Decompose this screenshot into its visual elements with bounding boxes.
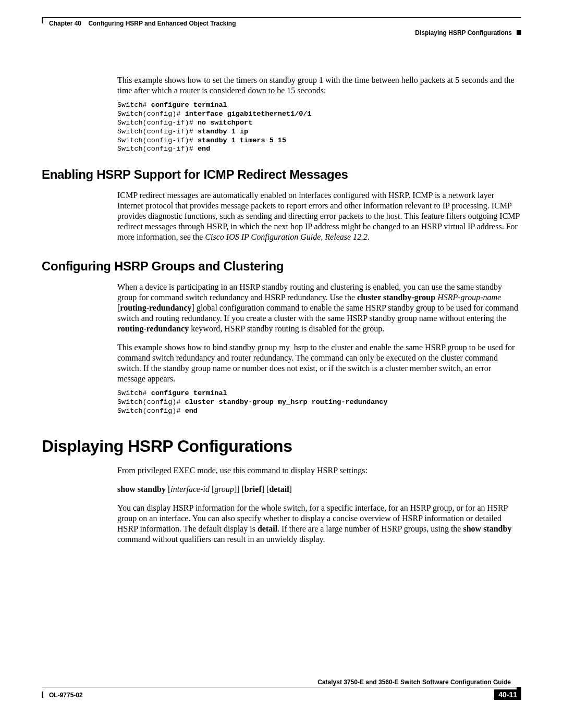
header-bar-icon [42, 17, 43, 23]
header-tab-icon [517, 30, 521, 35]
code-block-1: Switch# configure terminal Switch(config… [117, 101, 521, 154]
footer-line: OL-9775-02 40-11 [42, 687, 521, 708]
page-header: Chapter 40 Configuring HSRP and Enhanced… [42, 17, 521, 27]
heading-display: Displaying HSRP Configurations [42, 437, 521, 456]
main-content: This example shows how to set the timers… [42, 67, 521, 550]
cluster-paragraph-2: This example shows how to bind standby g… [117, 342, 521, 384]
icmp-paragraph: ICMP redirect messages are automatically… [117, 190, 521, 242]
chapter-title: Configuring HSRP and Enhanced Object Tra… [88, 20, 236, 27]
cluster-paragraph-1: When a device is participating in an HSR… [117, 282, 521, 334]
heading-cluster: Configuring HSRP Groups and Clustering [42, 259, 521, 274]
chapter-label: Chapter 40 [49, 20, 81, 27]
chapter-line: Chapter 40 Configuring HSRP and Enhanced… [49, 20, 521, 27]
intro-paragraph: This example shows how to set the timers… [117, 75, 521, 96]
page: Chapter 40 Configuring HSRP and Enhanced… [0, 0, 563, 728]
footer-doc-title: Catalyst 3750-E and 3560-E Switch Softwa… [317, 678, 511, 686]
section-label: Displaying HSRP Configurations [415, 29, 512, 36]
display-paragraph-1: From privileged EXEC mode, use this comm… [117, 465, 521, 476]
page-number: 40-11 [494, 689, 521, 700]
footer-bar-icon [42, 692, 43, 698]
code-block-2: Switch# configure terminal Switch(config… [117, 389, 521, 416]
footer-doc-id: OL-9775-02 [49, 692, 83, 699]
display-paragraph-2: You can display HSRP information for the… [117, 503, 521, 545]
heading-icmp: Enabling HSRP Support for ICMP Redirect … [42, 167, 521, 182]
command-syntax: show standby [interface-id [group]] [bri… [117, 484, 521, 495]
page-footer: Catalyst 3750-E and 3560-E Switch Softwa… [42, 687, 521, 708]
